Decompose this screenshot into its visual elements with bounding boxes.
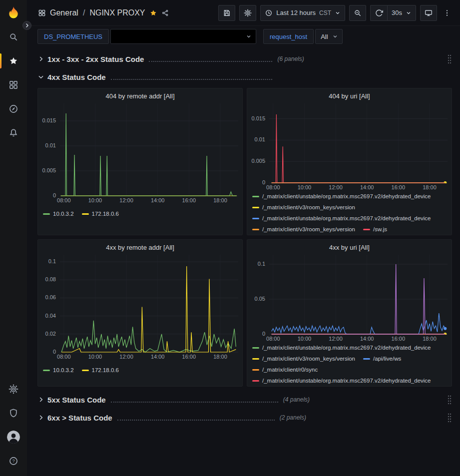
x-tick-label: 18:00	[423, 336, 437, 342]
legend-item[interactable]: /_matrix/client/unstable/org.matrix.msc2…	[252, 215, 431, 221]
sidebar-item-help[interactable]: ?	[0, 449, 27, 473]
breadcrumb-folder[interactable]: General	[50, 8, 78, 17]
dashboard-title[interactable]: NGINX PROXY	[89, 8, 145, 17]
kebab-menu-button[interactable]	[441, 5, 453, 21]
legend-series-label: 172.18.0.6	[92, 211, 119, 217]
row-title: 6xx > Status Code	[47, 414, 112, 422]
x-tick-label: 18:00	[213, 354, 227, 360]
legend-series-marker	[43, 213, 50, 215]
sidebar-item-configuration[interactable]	[0, 377, 27, 401]
sidebar-item-search[interactable]	[0, 25, 27, 49]
tv-mode-button[interactable]	[420, 5, 437, 21]
sidebar-item-explore[interactable]	[0, 97, 27, 121]
legend-series-marker	[252, 358, 259, 360]
panel-header[interactable]: 4xx by uri [All]	[247, 240, 452, 255]
sidebar-item-dashboards[interactable]	[0, 73, 27, 97]
sidebar-item-server-admin[interactable]	[0, 401, 27, 425]
legend-series-marker	[363, 229, 370, 230]
user-avatar	[7, 431, 20, 444]
save-dashboard-button[interactable]	[218, 5, 235, 21]
compass-icon	[8, 104, 18, 114]
chevron-down-icon	[335, 10, 341, 16]
legend-item[interactable]: /_matrix/client/unstable/org.matrix.msc2…	[252, 193, 431, 199]
sidebar-item-starred[interactable]	[0, 49, 27, 73]
legend-item[interactable]: /sw.js	[363, 226, 387, 232]
y-axis-labels: 00.050.1	[247, 255, 269, 335]
dashboard-row-6xx[interactable]: 6xx > Status Code (2 panels)	[37, 411, 452, 425]
legend-item[interactable]: /_matrix/client/v3/room_keys/version	[252, 226, 355, 232]
y-tick-label: 0.06	[45, 294, 56, 300]
legend-item[interactable]: /api/live/ws	[363, 356, 401, 362]
plot-area[interactable]	[60, 255, 238, 353]
legend-item[interactable]: 172.18.0.6	[82, 211, 119, 217]
legend-series-marker	[252, 218, 259, 219]
legend-item[interactable]: 10.0.3.2	[43, 211, 74, 217]
legend-series-marker	[252, 229, 259, 230]
legend-series-marker	[43, 370, 50, 371]
gear-icon	[8, 384, 18, 394]
panel-header[interactable]: 404 by uri [All]	[247, 88, 452, 103]
legend-series-marker	[252, 369, 259, 371]
grafana-logo[interactable]	[0, 0, 27, 25]
y-tick-label: 0	[262, 331, 265, 337]
variable-label-ds-prometheus[interactable]: DS_PROMETHEUS	[37, 29, 109, 44]
legend-series-label: /api/live/ws	[373, 356, 401, 362]
x-tick-label: 08:00	[266, 336, 280, 342]
legend-series-marker	[252, 347, 259, 349]
x-tick-label: 10:00	[88, 197, 102, 203]
dashboard-row-1xx-3xx-2xx[interactable]: 1xx - 3xx - 2xx Status Code (6 panels)	[37, 52, 452, 66]
sidebar-expand-button[interactable]	[22, 21, 31, 30]
sidebar-item-profile[interactable]	[0, 425, 27, 449]
legend: /_matrix/client/unstable/org.matrix.msc2…	[247, 342, 452, 386]
dashboard-row-5xx[interactable]: 5xx Status Code (4 panels)	[37, 393, 452, 407]
legend-item[interactable]: /_matrix/client/v3/room_keys/version	[252, 356, 355, 362]
panel-header[interactable]: 404 by remote addr [All]	[38, 88, 242, 103]
time-range-picker[interactable]: Last 12 hours CST	[260, 5, 345, 21]
drag-handle-icon[interactable]	[447, 395, 452, 405]
variable-select-ds-prometheus[interactable]	[110, 29, 256, 44]
favorite-star-icon[interactable]	[149, 9, 157, 17]
plot-area[interactable]	[60, 103, 238, 196]
legend-item[interactable]: /_matrix/client/unstable/org.matrix.msc2…	[252, 378, 431, 384]
legend-row: 10.0.3.2172.18.0.6	[43, 208, 237, 219]
legend-row: /_matrix/client/unstable/org.matrix.msc2…	[252, 342, 447, 353]
drag-handle-icon[interactable]	[447, 54, 452, 64]
row-title: 5xx Status Code	[47, 396, 106, 404]
legend-item[interactable]: /_matrix/client/v3/room_keys/version	[252, 204, 355, 210]
legend-row: 10.0.3.2172.18.0.6	[43, 365, 237, 376]
drag-handle-icon[interactable]	[447, 413, 452, 423]
share-icon[interactable]	[161, 9, 169, 17]
dashboard-row-4xx[interactable]: 4xx Status Code	[37, 70, 452, 84]
apps-grid-icon	[38, 9, 46, 17]
y-tick-label: 0.05	[255, 296, 265, 302]
panel-header[interactable]: 4xx by remote addr [All]	[38, 240, 242, 255]
legend-row: /_matrix/client/r0/sync	[252, 364, 447, 375]
x-tick-label: 10:00	[88, 354, 102, 360]
legend-item[interactable]: /_matrix/client/r0/sync	[252, 367, 318, 373]
zoom-out-button[interactable]	[349, 5, 366, 21]
chevron-down-icon	[246, 33, 252, 39]
legend-series-marker	[252, 196, 259, 197]
dashboard-settings-button[interactable]	[239, 5, 256, 21]
variable-label-request-host[interactable]: request_host	[263, 29, 314, 44]
x-tick-label: 16:00	[392, 336, 406, 342]
plot-area[interactable]	[269, 103, 448, 183]
row-title: 1xx - 3xx - 2xx Status Code	[47, 55, 144, 63]
legend-item[interactable]: /_matrix/client/unstable/org.matrix.msc2…	[252, 345, 431, 351]
legend-item[interactable]: 10.0.3.2	[43, 367, 74, 373]
x-axis-labels: 08:0010:0012:0014:0016:0018:00	[60, 197, 238, 205]
plot-area[interactable]	[269, 255, 448, 335]
legend-series-label: 10.0.3.2	[53, 211, 74, 217]
refresh-button[interactable]	[370, 5, 387, 21]
sidebar-item-alerting[interactable]	[0, 121, 27, 145]
x-tick-label: 14:00	[360, 336, 374, 342]
y-tick-label: 0.015	[42, 117, 56, 123]
variable-select-request-host[interactable]: All	[315, 29, 342, 44]
legend-series-label: /_matrix/client/v3/room_keys/version	[262, 204, 355, 210]
series-line	[272, 114, 446, 183]
row-dotted-leader	[149, 61, 272, 62]
legend-item[interactable]: 172.18.0.6	[82, 367, 119, 373]
refresh-interval-dropdown[interactable]: 30s	[387, 5, 416, 21]
y-tick-label: 0.01	[255, 136, 265, 142]
y-tick-label: 0.005	[42, 167, 56, 173]
